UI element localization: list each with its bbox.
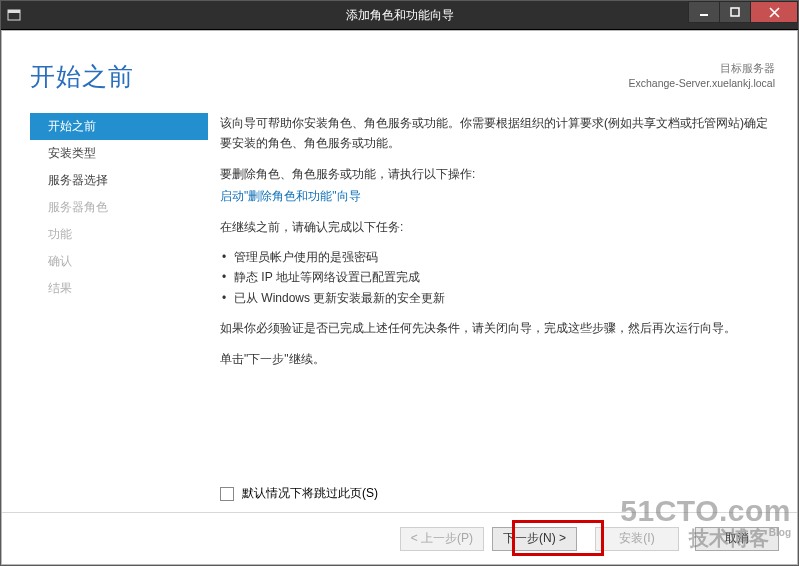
sidebar-item-installation-type[interactable]: 安装类型 bbox=[30, 140, 208, 167]
wizard-sidebar: 开始之前 安装类型 服务器选择 服务器角色 功能 确认 结果 bbox=[2, 111, 208, 512]
svg-rect-2 bbox=[700, 14, 708, 16]
skip-page-row: 默认情况下将跳过此页(S) bbox=[220, 485, 378, 502]
wizard-body: 开始之前 目标服务器 Exchange-Server.xuelankj.loca… bbox=[2, 31, 797, 564]
main-pane: 该向导可帮助你安装角色、角色服务或功能。你需要根据组织的计算要求(例如共享文档或… bbox=[208, 111, 797, 512]
confirm-intro: 在继续之前，请确认完成以下任务: bbox=[220, 217, 773, 237]
minimize-button[interactable] bbox=[688, 1, 720, 23]
sidebar-item-features: 功能 bbox=[30, 221, 208, 248]
destination-info: 目标服务器 Exchange-Server.xuelankj.local bbox=[629, 61, 776, 90]
page-title: 开始之前 bbox=[30, 60, 629, 93]
skip-page-label: 默认情况下将跳过此页(S) bbox=[242, 485, 378, 502]
prereq-item: 静态 IP 地址等网络设置已配置完成 bbox=[222, 267, 773, 287]
window-title: 添加角色和功能向导 bbox=[346, 7, 454, 24]
next-button[interactable]: 下一步(N) > bbox=[492, 527, 577, 551]
sidebar-item-confirmation: 确认 bbox=[30, 248, 208, 275]
titlebar: 添加角色和功能向导 bbox=[1, 1, 798, 30]
continue-note: 单击"下一步"继续。 bbox=[220, 349, 773, 369]
prereq-list: 管理员帐户使用的是强密码 静态 IP 地址等网络设置已配置完成 已从 Windo… bbox=[220, 247, 773, 308]
window-controls bbox=[689, 1, 798, 29]
cancel-button[interactable]: 取消 bbox=[695, 527, 779, 551]
install-button: 安装(I) bbox=[595, 527, 679, 551]
wizard-header: 开始之前 目标服务器 Exchange-Server.xuelankj.loca… bbox=[2, 31, 797, 111]
system-menu-icon[interactable] bbox=[1, 1, 27, 29]
sidebar-item-server-selection[interactable]: 服务器选择 bbox=[30, 167, 208, 194]
destination-server: Exchange-Server.xuelankj.local bbox=[629, 76, 776, 91]
svg-rect-3 bbox=[731, 8, 739, 16]
sidebar-item-results: 结果 bbox=[30, 275, 208, 302]
prereq-item: 管理员帐户使用的是强密码 bbox=[222, 247, 773, 267]
remove-intro: 要删除角色、角色服务或功能，请执行以下操作: bbox=[220, 164, 773, 184]
close-button[interactable] bbox=[750, 1, 798, 23]
previous-button: < 上一步(P) bbox=[400, 527, 484, 551]
intro-text: 该向导可帮助你安装角色、角色服务或功能。你需要根据组织的计算要求(例如共享文档或… bbox=[220, 113, 773, 154]
svg-rect-1 bbox=[8, 10, 20, 13]
skip-page-checkbox[interactable] bbox=[220, 487, 234, 501]
maximize-button[interactable] bbox=[719, 1, 751, 23]
sidebar-item-before-you-begin[interactable]: 开始之前 bbox=[30, 113, 208, 140]
destination-label: 目标服务器 bbox=[629, 61, 776, 76]
sidebar-item-server-roles: 服务器角色 bbox=[30, 194, 208, 221]
prereq-item: 已从 Windows 更新安装最新的安全更新 bbox=[222, 288, 773, 308]
remove-roles-link[interactable]: 启动"删除角色和功能"向导 bbox=[220, 186, 361, 206]
validate-note: 如果你必须验证是否已完成上述任何先决条件，请关闭向导，完成这些步骤，然后再次运行… bbox=[220, 318, 773, 338]
wizard-footer: < 上一步(P) 下一步(N) > 安装(I) 取消 bbox=[2, 512, 797, 564]
